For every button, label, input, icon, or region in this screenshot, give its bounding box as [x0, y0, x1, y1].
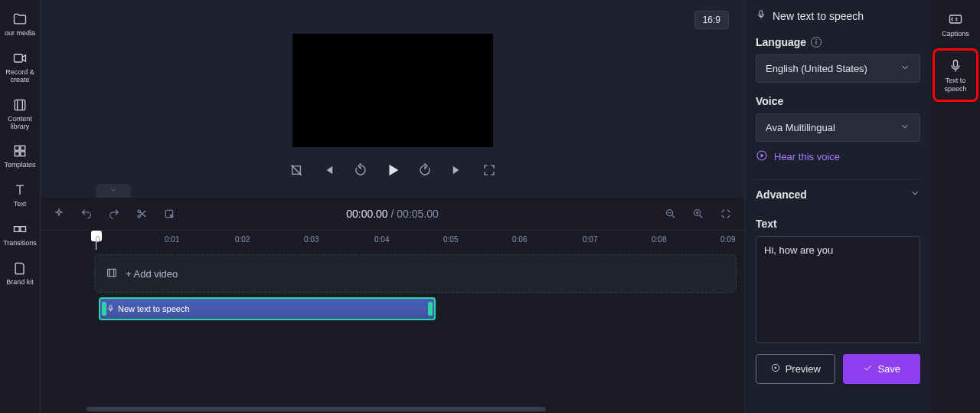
check-icon — [862, 362, 873, 375]
ruler-tick: 0:09 — [720, 235, 735, 244]
current-time: 00:00.00 — [346, 208, 388, 220]
hear-voice-text: Hear this voice — [774, 151, 840, 162]
voice-value: Ava Multilingual — [766, 122, 835, 133]
text-to-speech-button[interactable]: Text to speech — [934, 50, 977, 100]
sidebar-label: Content library — [0, 116, 40, 131]
brand-icon — [11, 260, 28, 277]
svg-rect-2 — [15, 146, 19, 151]
svg-rect-7 — [21, 227, 26, 232]
advanced-toggle[interactable]: Advanced — [756, 179, 920, 208]
skip-start-icon[interactable] — [319, 161, 338, 179]
timeline-ruler[interactable]: 0 0:01 0:02 0:03 0:04 0:05 0:06 0:07 0:0… — [41, 230, 744, 250]
grid-icon — [11, 143, 28, 159]
captions-label: Captions — [942, 30, 969, 38]
text-label: Text — [756, 218, 920, 230]
sidebar-brand-kit[interactable]: Brand kit — [0, 254, 40, 293]
sidebar-label: our media — [5, 30, 35, 38]
advanced-label: Advanced — [756, 188, 807, 201]
mic-icon — [947, 57, 964, 74]
sidebar-text[interactable]: Text — [0, 175, 40, 215]
main-area: 16:9 › › 00:00.00 / 00:05.00 — [40, 0, 745, 413]
cut-icon[interactable] — [134, 206, 149, 221]
properties-panel: New text to speech Language i English (U… — [745, 0, 931, 413]
ruler-tick: 0:02 — [235, 235, 250, 244]
timeline-toolbar: 00:00.00 / 00:05.00 — [41, 198, 744, 230]
voice-select[interactable]: Ava Multilingual — [756, 113, 920, 142]
sidebar-label: Transitions — [3, 240, 37, 247]
svg-rect-16 — [109, 305, 112, 309]
svg-point-9 — [138, 215, 140, 218]
ruler-tick: 0:05 — [443, 235, 458, 244]
time-display: 00:00.00 / 00:05.00 — [346, 208, 439, 220]
rewind-5-icon[interactable] — [351, 161, 370, 179]
info-icon[interactable]: i — [811, 37, 822, 48]
sidebar-content-library[interactable]: Content library — [0, 90, 40, 137]
sidebar-your-media[interactable]: our media — [0, 5, 40, 44]
sidebar-label: Templates — [4, 162, 35, 169]
crop-icon[interactable] — [287, 161, 305, 179]
svg-point-10 — [138, 210, 140, 212]
svg-rect-0 — [15, 54, 23, 62]
hear-voice-link[interactable]: Hear this voice — [756, 149, 920, 164]
library-icon — [11, 97, 28, 113]
fit-icon[interactable] — [718, 206, 733, 221]
folder-icon — [11, 11, 28, 28]
preview-label: Preview — [786, 363, 821, 375]
left-sidebar: our media Record & create Content librar… — [0, 0, 40, 413]
svg-point-12 — [170, 215, 172, 217]
svg-rect-15 — [108, 269, 116, 276]
player-controls — [287, 161, 498, 179]
add-video-label: + Add video — [126, 268, 178, 280]
transitions-icon — [11, 221, 28, 238]
clip-handle-left[interactable] — [102, 302, 106, 316]
svg-rect-1 — [15, 100, 24, 110]
svg-rect-17 — [760, 11, 763, 15]
ruler-tick: 0 — [96, 235, 100, 244]
svg-rect-3 — [21, 146, 25, 151]
tts-text-input[interactable] — [756, 236, 920, 343]
chevron-down-icon — [900, 121, 910, 134]
forward-5-icon[interactable] — [416, 161, 434, 179]
horizontal-scrollbar[interactable] — [87, 407, 546, 411]
sidebar-record[interactable]: Record & create — [0, 44, 40, 90]
sidebar-transitions[interactable]: Transitions — [0, 215, 40, 254]
panel-title-text: New text to speech — [773, 10, 864, 22]
collapse-timeline-button[interactable] — [96, 184, 131, 198]
film-icon — [106, 267, 118, 281]
add-video-track[interactable]: + Add video — [94, 254, 737, 293]
ruler-tick: 0:04 — [374, 235, 389, 244]
skip-end-icon[interactable] — [448, 161, 466, 179]
svg-rect-4 — [15, 152, 19, 156]
sparkle-icon[interactable] — [51, 206, 67, 221]
sidebar-templates[interactable]: Templates — [0, 136, 40, 175]
captions-button[interactable]: Captions — [934, 6, 977, 42]
language-select[interactable]: English (United States) — [756, 54, 920, 83]
redo-icon[interactable] — [106, 206, 122, 221]
language-value: English (United States) — [766, 63, 867, 74]
audio-clip[interactable]: New text to speech — [99, 297, 436, 320]
chevron-down-icon — [900, 62, 910, 75]
split-icon[interactable] — [162, 206, 177, 221]
sidebar-label: Record & create — [0, 69, 40, 84]
ruler-tick: 0:06 — [512, 235, 527, 244]
play-circle-icon — [756, 149, 768, 164]
play-icon[interactable] — [384, 161, 402, 179]
aspect-ratio-button[interactable]: 16:9 — [694, 11, 729, 29]
camera-icon — [11, 50, 28, 67]
total-duration: 00:05.00 — [397, 208, 439, 220]
ruler-tick: 0:01 — [165, 235, 179, 244]
save-button[interactable]: Save — [843, 354, 921, 384]
zoom-out-icon[interactable] — [663, 206, 678, 221]
clip-handle-right[interactable] — [428, 302, 433, 316]
svg-rect-21 — [954, 61, 958, 67]
voice-label: Voice — [756, 95, 920, 107]
fullscreen-icon[interactable] — [480, 161, 498, 179]
undo-icon[interactable] — [79, 206, 94, 221]
sidebar-label: Text — [14, 201, 27, 208]
ruler-tick: 0:07 — [583, 235, 597, 244]
preview-button[interactable]: Preview — [756, 354, 835, 384]
zoom-in-icon[interactable] — [691, 206, 706, 221]
text-icon — [11, 182, 28, 198]
video-preview[interactable] — [292, 34, 493, 147]
mic-icon — [756, 9, 766, 22]
